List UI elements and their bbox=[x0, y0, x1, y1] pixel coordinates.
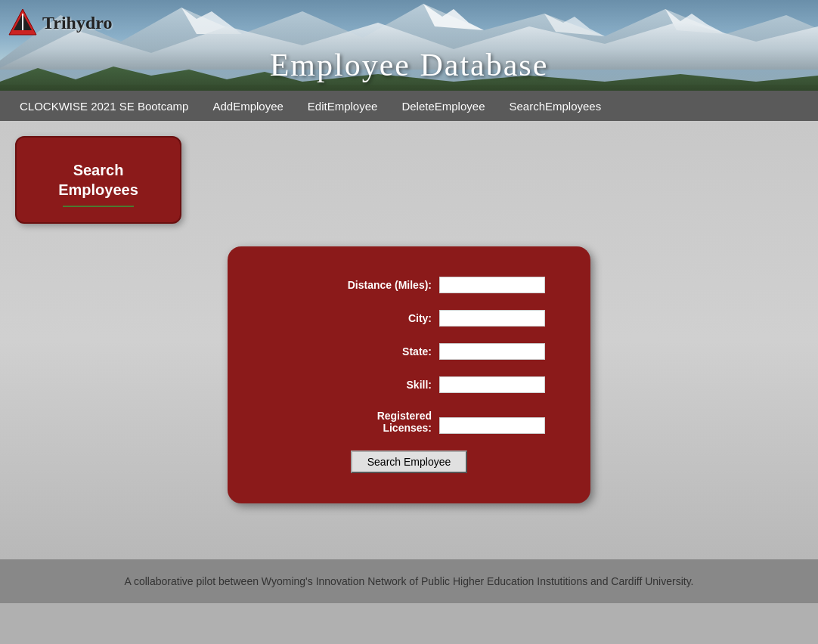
main-content: SearchEmployees Distance (Miles): City: … bbox=[0, 121, 818, 559]
search-employees-label: SearchEmployees bbox=[39, 160, 157, 200]
nav-edit-employee[interactable]: EditEmployee bbox=[296, 94, 390, 119]
distance-label: Distance (Miles): bbox=[311, 279, 432, 291]
state-label: State: bbox=[311, 345, 432, 358]
licenses-label: Registered Licenses: bbox=[311, 410, 432, 434]
city-row: City: bbox=[273, 310, 545, 327]
licenses-field[interactable] bbox=[439, 417, 545, 434]
distance-field[interactable] bbox=[439, 277, 545, 293]
nav-search-employees[interactable]: SearchEmployees bbox=[497, 94, 613, 119]
footer: A collaborative pilot between Wyoming's … bbox=[0, 559, 818, 603]
page-title: Employee Database bbox=[270, 48, 549, 82]
nav-clockwise[interactable]: CLOCKWISE 2021 SE Bootcamp bbox=[8, 94, 200, 119]
distance-row: Distance (Miles): bbox=[273, 277, 545, 293]
state-row: State: bbox=[273, 343, 545, 360]
trihydro-logo-icon bbox=[8, 8, 38, 38]
city-label: City: bbox=[311, 312, 432, 324]
search-employees-underline bbox=[63, 206, 134, 207]
search-employees-card[interactable]: SearchEmployees bbox=[15, 136, 181, 224]
skill-row: Skill: bbox=[273, 376, 545, 393]
logo-text: Trihydro bbox=[42, 13, 112, 33]
skill-field[interactable] bbox=[439, 376, 545, 393]
state-field[interactable] bbox=[439, 343, 545, 360]
submit-row: Search Employee bbox=[273, 450, 545, 473]
page-title-area: Employee Database bbox=[0, 47, 818, 83]
skill-label: Skill: bbox=[311, 379, 432, 391]
search-employee-button[interactable]: Search Employee bbox=[351, 450, 468, 473]
header: Trihydro Employee Database bbox=[0, 0, 818, 91]
navbar: CLOCKWISE 2021 SE Bootcamp AddEmployee E… bbox=[0, 91, 818, 121]
footer-text: A collaborative pilot between Wyoming's … bbox=[125, 575, 694, 587]
logo-area: Trihydro bbox=[8, 8, 112, 38]
search-form-container: Distance (Miles): City: State: Skill: Re… bbox=[228, 246, 590, 503]
city-field[interactable] bbox=[439, 310, 545, 327]
nav-add-employee[interactable]: AddEmployee bbox=[200, 94, 295, 119]
licenses-row: Registered Licenses: bbox=[273, 410, 545, 434]
nav-delete-employee[interactable]: DeleteEmployee bbox=[389, 94, 497, 119]
